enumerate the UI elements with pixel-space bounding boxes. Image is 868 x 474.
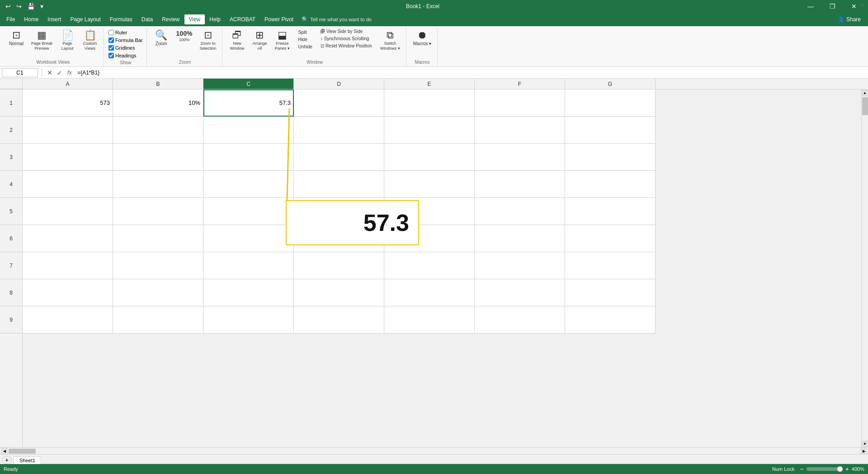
cell-E9[interactable] (384, 306, 475, 333)
new-window-btn[interactable]: 🗗 NewWindow (226, 28, 248, 53)
horizontal-scrollbar[interactable]: ◀ ▶ (0, 447, 868, 454)
cell-E7[interactable] (384, 252, 475, 279)
cancel-formula-btn[interactable]: ✕ (46, 69, 54, 76)
vertical-scrollbar[interactable]: ▲ ▼ (861, 89, 868, 447)
cell-G4[interactable] (565, 171, 656, 198)
cell-D1[interactable] (294, 89, 384, 117)
row-num-2[interactable]: 2 (0, 117, 22, 144)
view-side-by-side-btn[interactable]: 🗐 View Side by Side (318, 28, 365, 35)
freeze-panes-btn[interactable]: ⬓ FreezePanes ▾ (271, 28, 293, 53)
cell-D3[interactable] (294, 144, 384, 171)
cell-F6[interactable] (475, 225, 565, 252)
cell-G9[interactable] (565, 306, 656, 333)
cell-C4[interactable] (203, 171, 294, 198)
cell-G6[interactable] (565, 225, 656, 252)
minimize-btn[interactable]: — (800, 0, 821, 13)
cell-B2[interactable] (113, 117, 203, 144)
col-header-E[interactable]: E (384, 79, 475, 89)
zoom-100-btn[interactable]: 100% 100% (173, 28, 196, 44)
cell-G1[interactable] (565, 89, 656, 117)
scroll-up-btn[interactable]: ▲ (862, 89, 868, 96)
custom-views-btn[interactable]: 📋 CustomViews (79, 28, 101, 53)
cell-F7[interactable] (475, 252, 565, 279)
cell-G3[interactable] (565, 144, 656, 171)
cell-G8[interactable] (565, 279, 656, 306)
maximize-btn[interactable]: ❐ (822, 0, 843, 13)
row-num-8[interactable]: 8 (0, 279, 22, 306)
cell-B8[interactable] (113, 279, 203, 306)
cell-D8[interactable] (294, 279, 384, 306)
row-num-1[interactable]: 1 (0, 89, 22, 117)
cell-D9[interactable] (294, 306, 384, 333)
save-btn[interactable]: 💾 (25, 2, 37, 11)
gridlines-checkbox[interactable]: Gridlines (108, 44, 144, 52)
zoom-in-btn[interactable]: + (845, 465, 849, 473)
cell-C2[interactable] (203, 117, 294, 144)
cell-F9[interactable] (475, 306, 565, 333)
sheet-tab-sheet1[interactable]: Sheet1 (14, 456, 41, 464)
cell-B5[interactable] (113, 198, 203, 225)
reset-window-btn[interactable]: ⊡ Reset Window Position (318, 42, 374, 49)
cell-C5[interactable] (203, 198, 294, 225)
cell-C8[interactable] (203, 279, 294, 306)
hide-btn[interactable]: Hide (296, 36, 315, 43)
scroll-left-btn[interactable]: ◀ (1, 448, 8, 455)
cell-G7[interactable] (565, 252, 656, 279)
menu-formulas[interactable]: Formulas (105, 14, 137, 24)
switch-windows-btn[interactable]: ⧉ SwitchWindows ▾ (377, 28, 403, 53)
cell-B6[interactable] (113, 225, 203, 252)
cell-E2[interactable] (384, 117, 475, 144)
row-num-6[interactable]: 6 (0, 225, 22, 252)
row-num-7[interactable]: 7 (0, 252, 22, 279)
cell-B1[interactable]: 10% (113, 89, 203, 117)
menu-review[interactable]: Review (157, 14, 184, 24)
unhide-btn[interactable]: Unhide (296, 43, 315, 50)
cell-B7[interactable] (113, 252, 203, 279)
zoom-out-btn[interactable]: − (800, 465, 803, 473)
row-num-3[interactable]: 3 (0, 144, 22, 171)
col-header-D[interactable]: D (294, 79, 384, 89)
cell-A2[interactable] (23, 117, 113, 144)
cell-A6[interactable] (23, 225, 113, 252)
cell-F1[interactable] (475, 89, 565, 117)
cell-G5[interactable] (565, 198, 656, 225)
cell-D7[interactable] (294, 252, 384, 279)
formula-bar-checkbox[interactable]: Formula Bar (108, 37, 144, 44)
cell-C6[interactable] (203, 225, 294, 252)
menu-acrobat[interactable]: ACROBAT (225, 14, 260, 24)
redo-btn[interactable]: ↪ (14, 2, 24, 11)
arrange-all-btn[interactable]: ⊞ ArrangeAll (249, 28, 270, 53)
cell-F4[interactable] (475, 171, 565, 198)
ruler-checkbox[interactable]: Ruler (108, 29, 144, 36)
col-header-B[interactable]: B (113, 79, 203, 89)
row-num-4[interactable]: 4 (0, 171, 22, 198)
formula-input[interactable]: ={A1*B1} (75, 68, 866, 77)
cell-E3[interactable] (384, 144, 475, 171)
cell-A5[interactable] (23, 198, 113, 225)
cell-reference-input[interactable]: C1 (2, 68, 38, 77)
cell-B3[interactable] (113, 144, 203, 171)
customize-btn[interactable]: ▾ (38, 2, 45, 11)
zoom-slider[interactable] (807, 467, 843, 471)
scroll-hthumb[interactable] (9, 449, 36, 454)
cell-E8[interactable] (384, 279, 475, 306)
menu-view[interactable]: View (184, 14, 205, 24)
zoom-btn[interactable]: 🔍 Zoom (151, 28, 172, 48)
headings-checkbox[interactable]: Headings (108, 52, 144, 59)
new-sheet-btn[interactable]: + (2, 456, 12, 464)
cell-A7[interactable] (23, 252, 113, 279)
cell-C3[interactable] (203, 144, 294, 171)
col-header-A[interactable]: A (23, 79, 113, 89)
cell-D2[interactable] (294, 117, 384, 144)
scroll-right-btn[interactable]: ▶ (860, 448, 867, 455)
cell-A4[interactable] (23, 171, 113, 198)
menu-home[interactable]: Home (19, 14, 43, 24)
row-num-5[interactable]: 5 (0, 198, 22, 225)
cell-A9[interactable] (23, 306, 113, 333)
normal-view-btn[interactable]: ⊡ Normal (5, 28, 27, 48)
zoom-selection-btn[interactable]: ⊡ Zoom toSelection (196, 28, 219, 53)
cell-F2[interactable] (475, 117, 565, 144)
menu-power-pivot[interactable]: Power Pivot (260, 14, 298, 24)
search-label[interactable]: Tell me what you want to do (310, 17, 372, 22)
cell-E1[interactable] (384, 89, 475, 117)
